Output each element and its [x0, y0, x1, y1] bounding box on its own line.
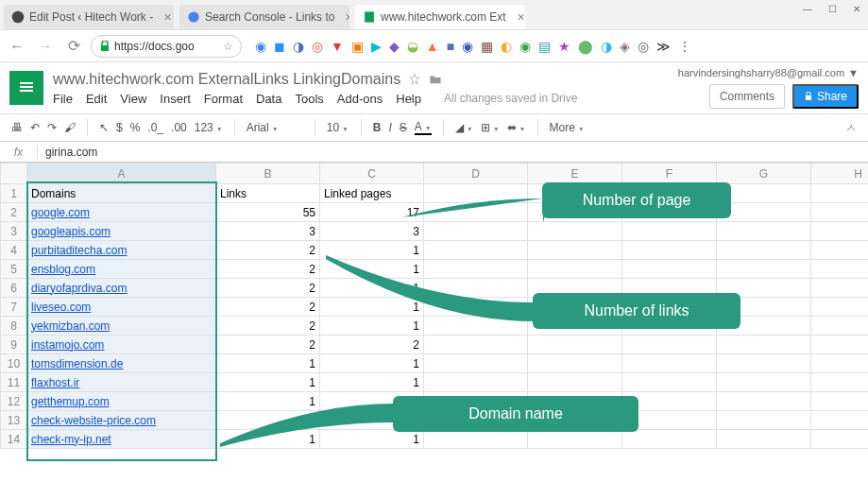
redo-icon[interactable]: ↷: [47, 121, 57, 134]
strikethrough-icon[interactable]: S: [400, 121, 407, 134]
row-header[interactable]: 7: [1, 298, 27, 317]
menu-format[interactable]: Format: [204, 92, 243, 106]
column-header[interactable]: G: [717, 164, 811, 184]
cell[interactable]: 2: [216, 279, 320, 298]
ext-icon[interactable]: ≫: [656, 39, 671, 54]
table-row[interactable]: 11flaxhost.ir11: [1, 373, 869, 392]
cell[interactable]: [811, 430, 869, 449]
cell[interactable]: [717, 392, 811, 411]
cell[interactable]: [811, 373, 869, 392]
print-icon[interactable]: 🖶: [11, 121, 23, 134]
cell[interactable]: [424, 354, 528, 373]
decrease-decimal-icon[interactable]: .0_: [147, 121, 163, 134]
row-header[interactable]: 4: [1, 241, 27, 260]
borders-icon[interactable]: ⊞: [481, 121, 500, 134]
cell[interactable]: flaxhost.ir: [27, 373, 216, 392]
cell[interactable]: [622, 260, 717, 279]
ext-icon[interactable]: ◎: [638, 39, 649, 54]
account-email[interactable]: harvindersinghsharry88@gmail.com ▼: [678, 67, 859, 78]
close-icon[interactable]: ✕: [345, 11, 349, 24]
cell[interactable]: [528, 354, 622, 373]
domain-link[interactable]: instamojo.com: [31, 338, 104, 352]
cell[interactable]: check-my-ip.net: [27, 430, 216, 449]
collapse-toolbar-icon[interactable]: ㅅ: [845, 120, 857, 136]
formula-input[interactable]: girina.com: [38, 146, 97, 159]
ext-icon[interactable]: ▲: [426, 39, 439, 54]
domain-link[interactable]: yekmizban.com: [31, 319, 110, 333]
currency-icon[interactable]: $: [116, 121, 123, 134]
domain-link[interactable]: getthemup.com: [31, 395, 110, 408]
column-header[interactable]: H: [811, 164, 869, 184]
close-icon[interactable]: ✕: [163, 11, 172, 24]
ext-icon[interactable]: ◈: [620, 39, 630, 54]
maximize-icon[interactable]: ☐: [821, 0, 843, 17]
ext-icon[interactable]: ◎: [312, 39, 323, 54]
more-toolbar[interactable]: More: [550, 121, 585, 134]
cell[interactable]: googleapis.com: [27, 222, 216, 241]
ext-icon[interactable]: ◼: [274, 39, 285, 54]
format-dropdown[interactable]: 123: [195, 121, 223, 134]
domain-link[interactable]: liveseo.com: [31, 301, 91, 314]
ext-icon[interactable]: ▼: [331, 39, 344, 54]
domain-link[interactable]: google.com: [31, 206, 90, 219]
cell[interactable]: [528, 241, 622, 260]
cell[interactable]: 2: [216, 317, 320, 336]
back-button[interactable]: ←: [6, 35, 28, 58]
cell[interactable]: Links: [216, 184, 320, 203]
cell[interactable]: [622, 430, 717, 449]
cell[interactable]: [424, 373, 528, 392]
cell[interactable]: [717, 411, 811, 430]
cell[interactable]: [811, 298, 869, 317]
domain-link[interactable]: ensblog.com: [31, 263, 95, 276]
menu-edit[interactable]: Edit: [86, 92, 107, 106]
cell[interactable]: [717, 336, 811, 354]
cell[interactable]: 2: [216, 260, 320, 279]
row-header[interactable]: 13: [1, 411, 27, 430]
menu-help[interactable]: Help: [396, 92, 421, 106]
cell[interactable]: [717, 354, 811, 373]
star-outline-icon[interactable]: [408, 73, 421, 86]
cell[interactable]: Domains: [27, 184, 216, 203]
cell[interactable]: [424, 430, 528, 449]
close-icon[interactable]: ✕: [517, 11, 525, 24]
cell[interactable]: google.com: [27, 203, 216, 222]
row-header[interactable]: 1: [1, 184, 27, 203]
cell[interactable]: [811, 317, 869, 336]
domain-link[interactable]: purbitaditecha.com: [31, 244, 127, 257]
cell[interactable]: instamojo.com: [27, 336, 216, 354]
paint-format-icon[interactable]: 🖌: [64, 121, 76, 134]
domain-link[interactable]: flaxhost.ir: [31, 376, 79, 389]
cell[interactable]: [811, 184, 869, 203]
cell[interactable]: yekmizban.com: [27, 317, 216, 336]
cell[interactable]: check-website-price.com: [27, 411, 216, 430]
cell[interactable]: [528, 373, 622, 392]
cell[interactable]: [811, 203, 869, 222]
menu-insert[interactable]: Insert: [160, 92, 191, 106]
ext-icon[interactable]: ▤: [538, 39, 551, 54]
merge-icon[interactable]: ⬌: [507, 121, 526, 134]
reload-button[interactable]: ⟳: [62, 35, 85, 58]
cell[interactable]: liveseo.com: [27, 298, 216, 317]
cell[interactable]: [811, 336, 869, 354]
comments-button[interactable]: Comments: [709, 84, 785, 109]
ext-icon[interactable]: ▣: [351, 39, 364, 54]
ext-icon[interactable]: ◉: [255, 39, 266, 54]
row-header[interactable]: 9: [1, 336, 27, 354]
cell[interactable]: [717, 241, 811, 260]
domain-link[interactable]: googleapis.com: [31, 225, 111, 238]
cell[interactable]: [717, 430, 811, 449]
close-window-icon[interactable]: ✕: [845, 0, 868, 17]
fontsize-dropdown[interactable]: 10: [327, 121, 349, 134]
cell[interactable]: [622, 241, 717, 260]
cell[interactable]: 1: [216, 354, 320, 373]
star-icon[interactable]: ☆: [223, 40, 233, 53]
menu-view[interactable]: View: [120, 92, 146, 106]
column-header[interactable]: A: [27, 164, 216, 184]
percent-icon[interactable]: %: [130, 121, 141, 134]
cell[interactable]: 2: [216, 336, 320, 354]
column-header[interactable]: D: [424, 164, 528, 184]
row-header[interactable]: 10: [1, 354, 27, 373]
cell[interactable]: [622, 354, 717, 373]
cell[interactable]: 3: [216, 222, 320, 241]
forward-button[interactable]: →: [34, 35, 57, 58]
